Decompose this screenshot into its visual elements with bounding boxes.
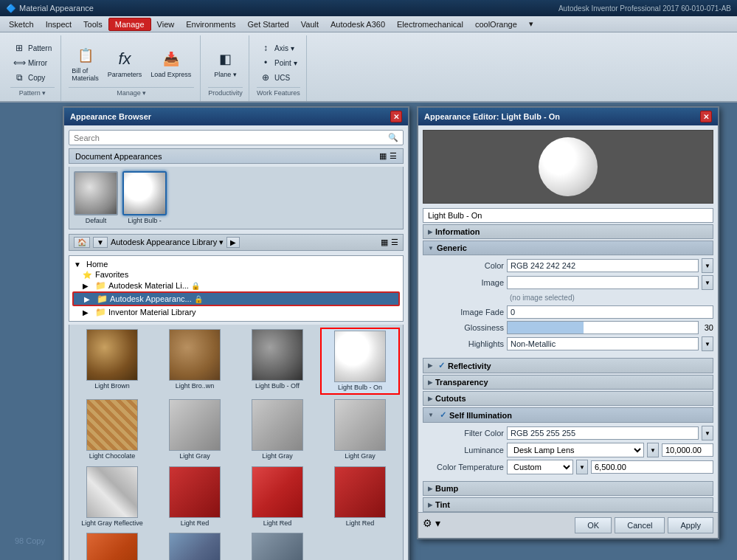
luminance-select[interactable]: Desk Lamp Lens xyxy=(507,443,644,457)
mat-light-gray-r-thumb xyxy=(86,466,138,518)
nav-home-btn[interactable]: 🏠 xyxy=(74,237,90,248)
mat-light-brown[interactable]: Light Brown xyxy=(72,328,152,395)
ribbon-btn-bom[interactable]: 📋 Bill ofMaterials xyxy=(69,42,102,83)
nav-library-btn[interactable]: ▶ xyxy=(226,237,240,248)
menu-get-started[interactable]: Get Started xyxy=(241,18,294,30)
section-bump[interactable]: ▶ Bump xyxy=(423,481,713,496)
filter-color-dropdown[interactable]: ▼ xyxy=(702,426,713,440)
star-icon: ⭐ xyxy=(83,271,93,279)
luminance-dropdown[interactable]: ▼ xyxy=(647,443,659,457)
ribbon-btn-pattern[interactable]: ⊞ Pattern xyxy=(10,41,55,55)
mat-light-choc[interactable]: Light Chocolate xyxy=(72,398,152,462)
section-transparency[interactable]: ▶ Transparency xyxy=(423,375,713,390)
doc-appearances-header[interactable]: Document Appearances ▦ ☰ xyxy=(69,148,404,164)
filter-color-value: RGB 255 255 255 xyxy=(507,426,699,440)
mat-light-red2[interactable]: Light Red xyxy=(238,465,317,529)
cutouts-label: Cutouts xyxy=(435,394,466,403)
mat-light-red2-thumb xyxy=(252,466,303,518)
title-bar-text: Material Appearance xyxy=(19,4,94,13)
axis-icon: ↕ xyxy=(260,42,271,54)
tree-item-autodesk-material[interactable]: ▶ 📁 Autodesk Material Li... 🔒 xyxy=(72,280,400,291)
self-illum-check: ✓ xyxy=(440,410,446,420)
nav-library-label[interactable]: Autodesk Appearance Library ▾ xyxy=(111,238,224,247)
copy-icon: ⧉ xyxy=(13,72,25,83)
menu-manage[interactable]: Manage xyxy=(108,18,151,31)
menu-electromechanical[interactable]: Electromechanical xyxy=(391,18,469,30)
list-view-icon[interactable]: ☰ xyxy=(390,151,397,161)
appearance-editor-close[interactable]: ✕ xyxy=(700,111,712,122)
menu-environments[interactable]: Environments xyxy=(180,18,241,30)
menu-autodesk-a360[interactable]: Autodesk A360 xyxy=(325,18,391,30)
menu-sketch[interactable]: Sketch xyxy=(3,18,40,30)
menu-tools[interactable]: Tools xyxy=(77,18,108,30)
section-self-illumination[interactable]: ▼ ✓ Self Illumination xyxy=(423,407,713,423)
mat-light-steel-blue1[interactable]: Light Steel Blue xyxy=(155,531,235,560)
section-generic[interactable]: ▼ Generic xyxy=(423,241,713,255)
mat-light-red1[interactable]: Light Red xyxy=(155,465,235,529)
mat-light-gray3[interactable]: Light Gray xyxy=(320,398,400,462)
ribbon-btn-plane[interactable]: ◧ Plane ▾ xyxy=(211,46,241,80)
ribbon-btn-ucs[interactable]: ⊕ UCS xyxy=(257,71,300,84)
ribbon-btn-point[interactable]: • Point ▾ xyxy=(257,56,300,69)
cutouts-chevron: ▶ xyxy=(428,395,432,402)
browser-list-icon[interactable]: ☰ xyxy=(391,238,398,247)
gloss-value: 30 xyxy=(705,323,713,332)
mat-light-gray1[interactable]: Light Gray xyxy=(155,398,235,462)
mat-light-gray2[interactable]: Light Gray xyxy=(238,398,317,462)
mat-light-red1-label: Light Red xyxy=(181,519,210,528)
mat-light-gray-r[interactable]: Light Gray Reflective xyxy=(72,465,152,529)
doc-appearance-lightbulb-img xyxy=(122,171,167,215)
section-tint[interactable]: ▶ Tint xyxy=(423,497,713,512)
menu-inspect[interactable]: Inspect xyxy=(40,18,77,30)
footer-settings-icon[interactable]: ⚙ ▾ xyxy=(423,517,440,533)
section-reflectivity[interactable]: ▶ ✓ Reflectivity xyxy=(423,358,713,373)
section-information[interactable]: ▶ Information xyxy=(423,224,713,239)
ribbon-btn-mirror[interactable]: ⟺ Mirror xyxy=(10,56,55,69)
tree-item-inventor-material[interactable]: ▶ 📁 Inventor Material Library xyxy=(72,306,400,318)
ribbon-btn-axis[interactable]: ↕ Axis ▾ xyxy=(257,41,300,55)
mat-lightbulb-off[interactable]: Light Bulb - Off xyxy=(238,328,317,395)
menu-extra[interactable]: ▾ xyxy=(523,18,539,30)
section-cutouts[interactable]: ▶ Cutouts xyxy=(423,391,713,406)
search-input[interactable] xyxy=(74,134,388,142)
browser-grid-icon[interactable]: ▦ xyxy=(381,238,388,247)
mat-lightbulb-on[interactable]: Light Bulb - On xyxy=(320,328,400,395)
image-dropdown[interactable]: ▼ xyxy=(702,275,713,290)
menu-view[interactable]: View xyxy=(151,18,181,30)
menu-coolorange[interactable]: coolOrange xyxy=(469,18,523,30)
color-temp-select[interactable]: Custom xyxy=(507,460,573,474)
highlights-dropdown[interactable]: ▼ xyxy=(702,336,713,351)
mat-light-gray3-thumb xyxy=(334,399,386,451)
tree-item-favorites[interactable]: ⭐ Favorites xyxy=(72,269,400,280)
appearance-browser-titlebar: Appearance Browser ✕ xyxy=(64,108,408,125)
bump-chevron: ▶ xyxy=(428,485,432,492)
grid-view-icon[interactable]: ▦ xyxy=(379,151,387,161)
ok-button[interactable]: OK xyxy=(575,517,612,533)
tree-item-home[interactable]: ▼ Home xyxy=(72,259,400,269)
mat-light-red3[interactable]: Light Red xyxy=(320,465,400,529)
apply-button[interactable]: Apply xyxy=(668,517,713,533)
doc-appearance-default-img xyxy=(74,171,118,215)
doc-appearance-default[interactable]: Default xyxy=(74,171,118,224)
ribbon-btn-load-express[interactable]: 📥 Load Express xyxy=(148,46,194,80)
color-temp-dropdown[interactable]: ▼ xyxy=(576,460,588,474)
color-dropdown[interactable]: ▼ xyxy=(702,258,713,273)
ribbon-btn-params[interactable]: fx Parameters xyxy=(105,46,145,80)
tree-item-autodesk-appearance[interactable]: ▶ 📁 Autodesk Appearanc... 🔒 xyxy=(72,291,400,306)
gloss-slider[interactable] xyxy=(507,321,699,334)
mat-light-brownww[interactable]: Light Bro..wn xyxy=(155,328,235,395)
doc-appearance-lightbulb[interactable]: Light Bulb - xyxy=(122,171,167,224)
menu-vault[interactable]: Vault xyxy=(295,18,325,30)
lock-icon-material: 🔒 xyxy=(191,282,200,290)
mat-light-steel-blue2[interactable]: Light Steel Blue xyxy=(238,531,317,560)
axis-label: Axis ▾ xyxy=(274,44,294,52)
title-bar: 🔷 Material Appearance Autodesk Inventor … xyxy=(0,0,737,16)
mat-light-red-orange[interactable]: Light Red-Orange xyxy=(72,531,152,560)
appearance-browser-close[interactable]: ✕ xyxy=(390,111,402,122)
cancel-button[interactable]: Cancel xyxy=(615,517,665,533)
ribbon-btn-copy[interactable]: ⧉ Copy xyxy=(10,71,55,84)
search-box[interactable]: 🔍 xyxy=(69,130,404,145)
nav-back-btn[interactable]: ▼ xyxy=(93,237,108,248)
prop-row-image: Image ▼ xyxy=(423,275,713,290)
info-chevron: ▶ xyxy=(428,229,432,235)
